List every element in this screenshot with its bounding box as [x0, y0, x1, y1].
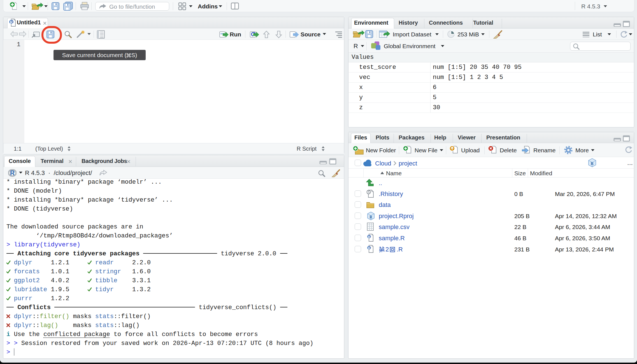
svg-text:R: R [591, 161, 594, 166]
svg-text:R: R [10, 169, 15, 177]
svg-text:R: R [368, 235, 371, 239]
svg-text:R: R [369, 215, 373, 219]
svg-text:R: R [368, 246, 371, 250]
svg-text:R: R [10, 20, 13, 24]
